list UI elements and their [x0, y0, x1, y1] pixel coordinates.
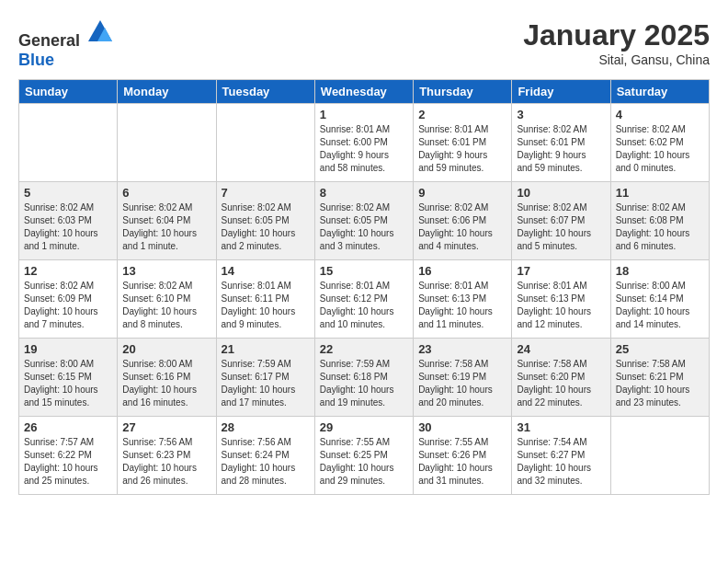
day-number: 20 — [122, 342, 210, 356]
weekday-header-wednesday: Wednesday — [314, 80, 413, 104]
page-header: General Blue January 2025 Sitai, Gansu, … — [18, 18, 710, 70]
day-number: 29 — [320, 420, 408, 434]
location-subtitle: Sitai, Gansu, China — [523, 52, 710, 67]
day-info: Sunrise: 7:58 AM Sunset: 6:19 PM Dayligh… — [418, 358, 506, 409]
day-number: 17 — [517, 264, 605, 278]
calendar-day-23: 23Sunrise: 7:58 AM Sunset: 6:19 PM Dayli… — [414, 339, 512, 417]
title-block: January 2025 Sitai, Gansu, China — [523, 18, 710, 67]
day-info: Sunrise: 8:01 AM Sunset: 6:11 PM Dayligh… — [222, 280, 310, 331]
day-info: Sunrise: 7:54 AM Sunset: 6:27 PM Dayligh… — [517, 436, 605, 488]
calendar-day-11: 11Sunrise: 8:02 AM Sunset: 6:08 PM Dayli… — [610, 182, 709, 260]
calendar-day-15: 15Sunrise: 8:01 AM Sunset: 6:12 PM Dayli… — [314, 260, 413, 339]
day-info: Sunrise: 8:02 AM Sunset: 6:07 PM Dayligh… — [517, 201, 605, 253]
day-info: Sunrise: 8:02 AM Sunset: 6:05 PM Dayligh… — [320, 201, 408, 253]
calendar-day-25: 25Sunrise: 7:58 AM Sunset: 6:21 PM Dayli… — [610, 339, 709, 417]
day-info: Sunrise: 8:02 AM Sunset: 6:04 PM Dayligh… — [122, 201, 210, 253]
day-info: Sunrise: 7:59 AM Sunset: 6:17 PM Dayligh… — [222, 358, 310, 409]
logo-icon — [86, 18, 114, 46]
day-info: Sunrise: 8:02 AM Sunset: 6:01 PM Dayligh… — [517, 123, 605, 175]
calendar-day-29: 29Sunrise: 7:55 AM Sunset: 6:25 PM Dayli… — [314, 417, 413, 495]
day-number: 7 — [222, 186, 310, 200]
day-info: Sunrise: 7:55 AM Sunset: 6:25 PM Dayligh… — [320, 436, 408, 488]
day-info: Sunrise: 8:02 AM Sunset: 6:08 PM Dayligh… — [616, 201, 704, 253]
day-number: 26 — [24, 420, 112, 434]
calendar-day-8: 8Sunrise: 8:02 AM Sunset: 6:05 PM Daylig… — [314, 182, 413, 260]
day-number: 10 — [517, 186, 605, 200]
calendar-day-1: 1Sunrise: 8:01 AM Sunset: 6:00 PM Daylig… — [314, 104, 413, 182]
day-number: 4 — [616, 108, 704, 121]
day-info: Sunrise: 8:01 AM Sunset: 6:00 PM Dayligh… — [320, 123, 408, 175]
calendar-table: SundayMondayTuesdayWednesdayThursdayFrid… — [18, 79, 710, 495]
calendar-day-13: 13Sunrise: 8:02 AM Sunset: 6:10 PM Dayli… — [118, 260, 216, 339]
day-info: Sunrise: 8:01 AM Sunset: 6:13 PM Dayligh… — [418, 280, 506, 331]
calendar-day-3: 3Sunrise: 8:02 AM Sunset: 6:01 PM Daylig… — [512, 104, 610, 182]
logo-blue: Blue — [18, 51, 54, 69]
logo-text: General Blue — [18, 18, 114, 70]
day-number: 5 — [24, 186, 112, 200]
day-number: 3 — [517, 108, 605, 121]
day-number: 23 — [418, 342, 506, 356]
calendar-day-empty — [610, 417, 709, 495]
day-info: Sunrise: 8:01 AM Sunset: 6:01 PM Dayligh… — [418, 123, 506, 175]
logo: General Blue — [18, 18, 114, 70]
day-number: 30 — [418, 420, 506, 434]
calendar-day-31: 31Sunrise: 7:54 AM Sunset: 6:27 PM Dayli… — [512, 417, 610, 495]
day-info: Sunrise: 8:01 AM Sunset: 6:13 PM Dayligh… — [517, 280, 605, 331]
day-number: 18 — [616, 264, 704, 278]
calendar-day-empty — [19, 104, 118, 182]
calendar-day-14: 14Sunrise: 8:01 AM Sunset: 6:11 PM Dayli… — [216, 260, 314, 339]
calendar-day-26: 26Sunrise: 7:57 AM Sunset: 6:22 PM Dayli… — [19, 417, 118, 495]
day-number: 1 — [320, 108, 408, 121]
day-info: Sunrise: 7:55 AM Sunset: 6:26 PM Dayligh… — [418, 436, 506, 488]
calendar-day-4: 4Sunrise: 8:02 AM Sunset: 6:02 PM Daylig… — [610, 104, 709, 182]
calendar-week-row: 26Sunrise: 7:57 AM Sunset: 6:22 PM Dayli… — [19, 417, 710, 495]
calendar-week-row: 1Sunrise: 8:01 AM Sunset: 6:00 PM Daylig… — [19, 104, 710, 182]
weekday-header-row: SundayMondayTuesdayWednesdayThursdayFrid… — [19, 80, 710, 104]
day-info: Sunrise: 8:02 AM Sunset: 6:10 PM Dayligh… — [122, 280, 210, 331]
calendar-day-7: 7Sunrise: 8:02 AM Sunset: 6:05 PM Daylig… — [216, 182, 314, 260]
day-number: 2 — [418, 108, 506, 121]
weekday-header-monday: Monday — [118, 80, 216, 104]
calendar-week-row: 19Sunrise: 8:00 AM Sunset: 6:15 PM Dayli… — [19, 339, 710, 417]
day-number: 24 — [517, 342, 605, 356]
day-info: Sunrise: 7:56 AM Sunset: 6:24 PM Dayligh… — [222, 436, 310, 488]
calendar-day-24: 24Sunrise: 7:58 AM Sunset: 6:20 PM Dayli… — [512, 339, 610, 417]
day-info: Sunrise: 7:58 AM Sunset: 6:21 PM Dayligh… — [616, 358, 704, 409]
calendar-day-17: 17Sunrise: 8:01 AM Sunset: 6:13 PM Dayli… — [512, 260, 610, 339]
day-info: Sunrise: 8:00 AM Sunset: 6:15 PM Dayligh… — [24, 358, 112, 409]
day-number: 15 — [320, 264, 408, 278]
calendar-day-19: 19Sunrise: 8:00 AM Sunset: 6:15 PM Dayli… — [19, 339, 118, 417]
calendar-day-18: 18Sunrise: 8:00 AM Sunset: 6:14 PM Dayli… — [610, 260, 709, 339]
calendar-day-empty — [118, 104, 216, 182]
calendar-day-5: 5Sunrise: 8:02 AM Sunset: 6:03 PM Daylig… — [19, 182, 118, 260]
calendar-week-row: 5Sunrise: 8:02 AM Sunset: 6:03 PM Daylig… — [19, 182, 710, 260]
day-number: 11 — [616, 186, 704, 200]
day-info: Sunrise: 8:02 AM Sunset: 6:06 PM Dayligh… — [418, 201, 506, 253]
calendar-day-9: 9Sunrise: 8:02 AM Sunset: 6:06 PM Daylig… — [414, 182, 512, 260]
day-number: 13 — [122, 264, 210, 278]
calendar-day-6: 6Sunrise: 8:02 AM Sunset: 6:04 PM Daylig… — [118, 182, 216, 260]
day-info: Sunrise: 8:00 AM Sunset: 6:16 PM Dayligh… — [122, 358, 210, 409]
day-number: 12 — [24, 264, 112, 278]
day-info: Sunrise: 8:02 AM Sunset: 6:09 PM Dayligh… — [24, 280, 112, 331]
day-number: 14 — [222, 264, 310, 278]
day-number: 8 — [320, 186, 408, 200]
calendar-day-27: 27Sunrise: 7:56 AM Sunset: 6:23 PM Dayli… — [118, 417, 216, 495]
month-title: January 2025 — [523, 18, 710, 52]
day-number: 27 — [122, 420, 210, 434]
day-number: 9 — [418, 186, 506, 200]
calendar-day-30: 30Sunrise: 7:55 AM Sunset: 6:26 PM Dayli… — [414, 417, 512, 495]
day-info: Sunrise: 8:00 AM Sunset: 6:14 PM Dayligh… — [616, 280, 704, 331]
calendar-day-22: 22Sunrise: 7:59 AM Sunset: 6:18 PM Dayli… — [314, 339, 413, 417]
logo-general: General — [18, 31, 80, 50]
day-info: Sunrise: 7:57 AM Sunset: 6:22 PM Dayligh… — [24, 436, 112, 488]
calendar-day-21: 21Sunrise: 7:59 AM Sunset: 6:17 PM Dayli… — [216, 339, 314, 417]
day-number: 21 — [222, 342, 310, 356]
day-info: Sunrise: 8:02 AM Sunset: 6:03 PM Dayligh… — [24, 201, 112, 253]
day-info: Sunrise: 7:58 AM Sunset: 6:20 PM Dayligh… — [517, 358, 605, 409]
day-info: Sunrise: 8:02 AM Sunset: 6:05 PM Dayligh… — [222, 201, 310, 253]
day-info: Sunrise: 8:01 AM Sunset: 6:12 PM Dayligh… — [320, 280, 408, 331]
calendar-day-empty — [216, 104, 314, 182]
day-number: 16 — [418, 264, 506, 278]
weekday-header-saturday: Saturday — [610, 80, 709, 104]
